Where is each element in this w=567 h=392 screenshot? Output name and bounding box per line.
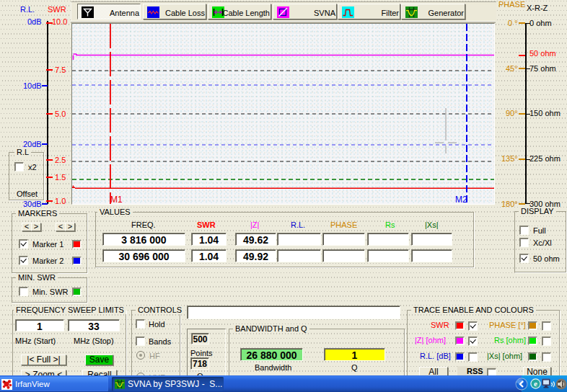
svg-text:M2: M2	[455, 195, 467, 204]
svg-text:M1: M1	[110, 195, 123, 204]
svg-text:e: e	[534, 379, 537, 388]
